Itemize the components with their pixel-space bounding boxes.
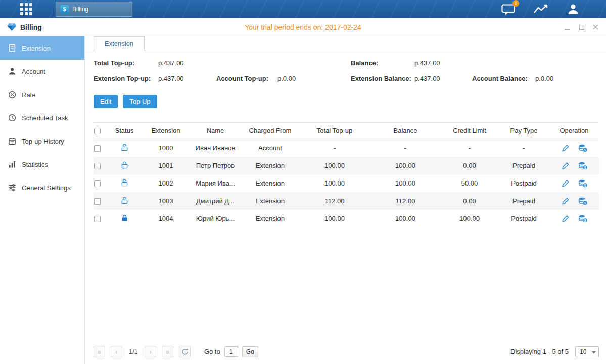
sidebar-item-topup-history[interactable]: Top-up History [0, 129, 84, 153]
cell-pay-type: Prepaid [498, 197, 549, 205]
refresh-button[interactable] [179, 346, 191, 357]
last-page-button[interactable]: » [162, 346, 173, 357]
edit-pencil-icon[interactable] [562, 179, 570, 187]
prev-page-button[interactable]: ‹ [111, 346, 122, 357]
cell-pay-type: Postpaid [498, 215, 549, 222]
goto-page-input[interactable] [224, 346, 238, 357]
action-buttons: Edit Top Up [94, 95, 606, 108]
table-row[interactable]: 1002 Мария Ива... Extension 100.00 100.0… [94, 174, 599, 192]
svg-text:$: $ [584, 183, 586, 187]
cell-charged-from: Account [241, 144, 299, 152]
status-unlocked-icon [121, 161, 128, 169]
cell-balance: 100.00 [370, 162, 441, 169]
table-row[interactable]: 1001 Петр Петров Extension 100.00 100.00… [94, 157, 599, 174]
cell-credit-limit: - [441, 144, 498, 152]
pagination-bar: « ‹ 1/1 › » Go to Go Displaying 1 - 5 of… [85, 346, 606, 364]
top-up-coins-icon[interactable]: $ [578, 215, 587, 223]
extension-balance-label: Extension Balance: [351, 75, 411, 82]
row-checkbox[interactable] [94, 180, 101, 187]
account-topup-value: p.0.00 [277, 75, 296, 82]
cell-extension: 1003 [142, 197, 190, 205]
page-size-select[interactable]: 10 [575, 346, 599, 357]
cell-credit-limit: 0.00 [441, 197, 498, 205]
window-title-bar: Billing Your trial period ends on: 2017-… [0, 18, 606, 36]
billing-logo-icon [7, 23, 17, 31]
sidebar-item-label: Statistics [22, 161, 48, 168]
account-balance-value: p.0.00 [535, 75, 553, 82]
svg-text:$: $ [584, 218, 586, 222]
row-checkbox[interactable] [94, 216, 101, 222]
cell-charged-from: Extension [241, 197, 299, 205]
header-pay-type: Pay Type [498, 127, 549, 134]
minimize-button[interactable] [564, 24, 571, 30]
header-balance: Balance [370, 127, 441, 134]
clock-icon [8, 114, 16, 122]
top-app-bar: $ Billing ! [0, 0, 606, 18]
messages-icon[interactable]: ! [501, 3, 515, 16]
trial-notice: Your trial period ends on: 2017-02-24 [245, 23, 361, 31]
table-row[interactable]: 1000 Иван Иванов Account - - - - $ [94, 139, 599, 157]
window-controls [564, 24, 599, 30]
select-all-checkbox[interactable] [94, 128, 101, 134]
top-up-coins-icon[interactable]: $ [578, 144, 587, 152]
sidebar-item-account[interactable]: Account [0, 60, 84, 83]
maximize-button[interactable] [578, 24, 585, 30]
cell-charged-from: Extension [241, 162, 299, 169]
cell-charged-from: Extension [241, 179, 299, 187]
edit-button[interactable]: Edit [94, 95, 118, 108]
next-page-button[interactable]: › [145, 346, 156, 357]
row-checkbox[interactable] [94, 163, 101, 169]
top-up-button[interactable]: Top Up [123, 95, 157, 108]
account-balance-label: Account Balance: [472, 75, 528, 82]
apps-menu-icon[interactable] [20, 3, 32, 15]
row-checkbox[interactable] [94, 198, 101, 205]
svg-text:$: $ [584, 148, 586, 151]
line-chart-icon[interactable] [533, 3, 548, 15]
sidebar-item-general-settings[interactable]: General Settings [0, 176, 84, 199]
cell-balance: 100.00 [370, 215, 441, 222]
edit-pencil-icon[interactable] [562, 215, 570, 222]
close-button[interactable] [592, 24, 599, 30]
svg-text:$: $ [584, 201, 586, 204]
sidebar-item-label: Scheduled Task [22, 114, 68, 122]
sidebar-item-label: General Settings [22, 184, 71, 192]
first-page-button[interactable]: « [94, 346, 105, 357]
edit-pencil-icon[interactable] [562, 162, 570, 169]
cell-name: Иван Иванов [190, 144, 241, 152]
extensions-table: Status Extension Name Charged From Total… [94, 122, 599, 228]
cell-extension: 1004 [142, 215, 190, 222]
chevron-right-icon: › [149, 348, 152, 356]
user-account-icon[interactable] [567, 3, 580, 15]
go-button[interactable]: Go [242, 346, 258, 357]
sidebar-item-extension[interactable]: Extension [0, 36, 84, 60]
svg-text:$: $ [584, 165, 586, 169]
row-checkbox[interactable] [94, 145, 101, 152]
cell-credit-limit: 0.00 [441, 162, 498, 169]
billing-window-tab[interactable]: $ Billing [56, 2, 132, 17]
account-topup-label: Account Top-up: [216, 75, 268, 82]
double-chevron-right-icon: » [166, 348, 170, 356]
sidebar: Extension Account Rate Scheduled Task To… [0, 36, 85, 364]
cell-pay-type: Prepaid [498, 162, 549, 169]
sidebar-item-rate[interactable]: Rate [0, 83, 84, 106]
cell-total-topup: 100.00 [299, 215, 370, 222]
top-up-coins-icon[interactable]: $ [578, 179, 587, 188]
edit-pencil-icon[interactable] [562, 197, 570, 205]
notification-badge: ! [512, 0, 519, 7]
sidebar-item-statistics[interactable]: Statistics [0, 153, 84, 176]
content-tabbar: Extension [85, 36, 606, 51]
table-row[interactable]: 1004 Юрий Юрь... Extension 100.00 100.00… [94, 210, 599, 228]
rate-icon [8, 90, 16, 99]
edit-pencil-icon[interactable] [562, 144, 570, 152]
tab-extension[interactable]: Extension [94, 36, 145, 51]
cell-balance: 100.00 [370, 179, 441, 187]
displaying-info: Displaying 1 - 5 of 5 [510, 348, 569, 355]
top-up-coins-icon[interactable]: $ [578, 197, 587, 205]
total-topup-value: p.437.00 [158, 59, 184, 67]
sidebar-item-scheduled-task[interactable]: Scheduled Task [0, 106, 84, 129]
extension-icon [8, 44, 16, 52]
sliders-icon [8, 184, 16, 192]
calendar-icon [8, 137, 16, 145]
top-up-coins-icon[interactable]: $ [578, 162, 587, 170]
table-row[interactable]: 1003 Дмитрий Д... Extension 112.00 112.0… [94, 192, 599, 210]
